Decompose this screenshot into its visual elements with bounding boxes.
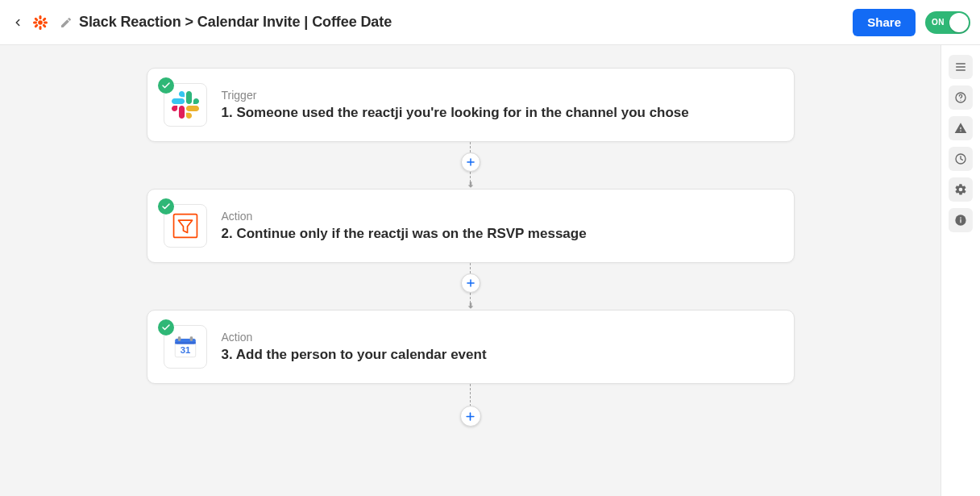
step-title: 2. Continue only if the reactji was on t… xyxy=(222,226,587,242)
back-button[interactable] xyxy=(6,11,29,34)
svg-rect-1 xyxy=(39,26,42,30)
help-button[interactable] xyxy=(949,85,973,110)
step-card-2[interactable]: Action 2. Continue only if the reactji w… xyxy=(147,189,795,263)
warnings-button[interactable] xyxy=(949,116,973,140)
google-calendar-icon: 31 xyxy=(172,333,199,361)
add-step-button[interactable] xyxy=(461,273,480,293)
step-kicker: Action xyxy=(222,210,587,223)
svg-point-30 xyxy=(960,217,961,219)
slack-icon xyxy=(172,91,199,119)
connector-1 xyxy=(147,142,795,189)
zap-enable-toggle[interactable]: ON xyxy=(925,11,970,34)
editor-canvas[interactable]: Trigger 1. Someone used the reactji you'… xyxy=(0,45,941,496)
zapier-logo[interactable] xyxy=(29,11,52,34)
step-app-icon-wrap xyxy=(164,204,207,248)
svg-rect-4 xyxy=(34,17,39,22)
right-rail xyxy=(941,45,980,496)
svg-rect-0 xyxy=(39,15,42,19)
svg-rect-11 xyxy=(173,215,197,238)
toggle-label: ON xyxy=(932,18,945,27)
toggle-knob xyxy=(949,13,969,32)
history-button[interactable] xyxy=(949,147,973,171)
step-status-check xyxy=(158,319,174,336)
share-button[interactable]: Share xyxy=(853,9,916,36)
step-app-icon-wrap: 31 xyxy=(164,325,207,369)
svg-rect-7 xyxy=(42,17,47,22)
svg-text:31: 31 xyxy=(180,345,190,355)
add-step-button[interactable] xyxy=(460,406,481,427)
step-title: 1. Someone used the reactji you're looki… xyxy=(222,105,689,121)
settings-button[interactable] xyxy=(949,177,973,202)
svg-point-26 xyxy=(960,100,961,101)
arrow-down-icon xyxy=(466,181,475,189)
step-card-3[interactable]: 31 Action 3. Add the person to your cale… xyxy=(147,310,795,384)
connector-2 xyxy=(147,263,795,310)
svg-point-8 xyxy=(38,20,43,25)
connector-tail xyxy=(147,384,795,427)
svg-rect-6 xyxy=(34,23,39,28)
flow-column: Trigger 1. Someone used the reactji you'… xyxy=(147,68,795,427)
svg-rect-3 xyxy=(44,21,48,23)
step-kicker: Trigger xyxy=(222,89,689,102)
svg-rect-17 xyxy=(177,336,181,341)
zap-title[interactable]: Slack Reaction > Calendar Invite | Coffe… xyxy=(79,14,392,31)
step-card-1[interactable]: Trigger 1. Someone used the reactji you'… xyxy=(147,68,795,142)
outline-button[interactable] xyxy=(949,55,973,79)
step-title: 3. Add the person to your calendar event xyxy=(222,347,487,363)
add-step-button[interactable] xyxy=(461,152,480,172)
edit-title-icon[interactable] xyxy=(58,15,74,31)
arrow-down-icon xyxy=(466,302,475,310)
step-status-check xyxy=(158,77,174,94)
svg-rect-5 xyxy=(42,23,47,28)
svg-rect-2 xyxy=(33,21,37,23)
info-button[interactable] xyxy=(949,208,973,232)
svg-rect-18 xyxy=(189,336,193,341)
svg-rect-16 xyxy=(175,342,196,344)
step-app-icon-wrap xyxy=(164,83,207,127)
filter-icon xyxy=(172,212,199,240)
top-bar: Slack Reaction > Calendar Invite | Coffe… xyxy=(0,0,980,45)
step-status-check xyxy=(158,198,174,215)
svg-rect-29 xyxy=(960,219,961,223)
step-kicker: Action xyxy=(222,331,487,344)
